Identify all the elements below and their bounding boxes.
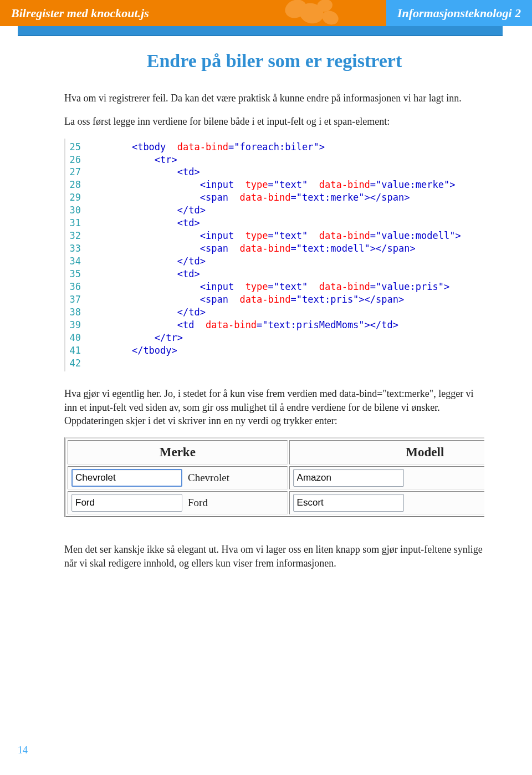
- page-header: Bilregister med knockout.js Informasjons…: [0, 0, 532, 26]
- code-line: 25 <tbody data-bind="foreach:biler">: [65, 141, 484, 154]
- line-number: 29: [65, 191, 86, 204]
- code-text: <td data-bind="text:prisMedMoms"></td>: [86, 319, 398, 332]
- line-number: 33: [65, 242, 86, 255]
- code-text: <input type="text" data-bind="value:pris…: [86, 281, 449, 293]
- code-text: <td>: [86, 268, 200, 281]
- line-number: 40: [65, 332, 86, 344]
- code-text: </td>: [86, 204, 206, 217]
- code-line: 29 <span data-bind="text:merke"></span>: [65, 191, 484, 204]
- line-number: 27: [65, 166, 86, 179]
- table-row: Chevrolet: [68, 466, 484, 490]
- code-text: <input type="text" data-bind="value:merk…: [86, 179, 455, 191]
- code-text: <td>: [86, 217, 200, 230]
- code-text: <span data-bind="text:pris"></span>: [86, 293, 404, 306]
- line-number: 31: [65, 217, 86, 230]
- line-number: 41: [65, 344, 86, 357]
- code-line: 27 <td>: [65, 166, 484, 179]
- col-header-merke: Merke: [68, 440, 288, 465]
- line-number: 34: [65, 255, 86, 268]
- code-line: 42: [65, 357, 484, 370]
- page-content: Endre på biler som er registrert Hva om …: [0, 50, 532, 570]
- page-number: 14: [18, 745, 28, 756]
- preview-table: Merke Modell ChevroletFord: [65, 437, 484, 517]
- code-line: 38 </td>: [65, 306, 484, 319]
- page-title: Endre på biler som er registrert: [64, 50, 484, 72]
- line-number: 35: [65, 268, 86, 281]
- merke-input[interactable]: [71, 469, 182, 487]
- line-number: 28: [65, 179, 86, 191]
- code-line: 39 <td data-bind="text:prisMedMoms"></td…: [65, 319, 484, 332]
- table-row: Ford: [68, 491, 484, 514]
- line-number: 25: [65, 141, 86, 154]
- code-line: 28 <input type="text" data-bind="value:m…: [65, 179, 484, 191]
- paragraph-1: Hva om vi registrerer feil. Da kan det v…: [64, 91, 484, 105]
- line-number: 36: [65, 281, 86, 293]
- header-left-title: Bilregister med knockout.js: [11, 6, 149, 21]
- code-line: 35 <td>: [65, 268, 484, 281]
- code-line: 40 </tr>: [65, 332, 484, 344]
- paragraph-3: Hva gjør vi egentlig her. Jo, i stedet f…: [64, 387, 484, 427]
- cell-merke: Chevrolet: [68, 466, 288, 490]
- line-number: 32: [65, 230, 86, 242]
- modell-input[interactable]: [293, 494, 404, 512]
- code-line: 32 <input type="text" data-bind="value:m…: [65, 230, 484, 242]
- code-text: </td>: [86, 306, 206, 319]
- line-number: 30: [65, 204, 86, 217]
- cell-modell: [289, 466, 484, 490]
- header-right-title: Informasjonsteknologi 2: [386, 0, 532, 26]
- cell-modell: [289, 491, 484, 514]
- code-line: 36 <input type="text" data-bind="value:p…: [65, 281, 484, 293]
- code-text: <input type="text" data-bind="value:mode…: [86, 230, 461, 242]
- code-line: 34 </td>: [65, 255, 484, 268]
- code-line: 31 <td>: [65, 217, 484, 230]
- code-line: 26 <tr>: [65, 154, 484, 166]
- merke-input[interactable]: [71, 494, 182, 512]
- code-text: </td>: [86, 255, 206, 268]
- paragraph-2: La oss først legge inn verdiene for bile…: [64, 115, 484, 128]
- butterfly-decoration-icon: [277, 0, 344, 26]
- code-snippet: 25 <tbody data-bind="foreach:biler">26 <…: [64, 139, 484, 372]
- col-header-modell: Modell: [289, 440, 484, 465]
- line-number: 37: [65, 293, 86, 306]
- code-text: <td>: [86, 166, 200, 179]
- merke-text: Chevrolet: [188, 472, 229, 484]
- code-line: 41 </tbody>: [65, 344, 484, 357]
- code-line: 37 <span data-bind="text:pris"></span>: [65, 293, 484, 306]
- line-number: 38: [65, 306, 86, 319]
- code-text: <span data-bind="text:merke"></span>: [86, 191, 410, 204]
- modell-input[interactable]: [293, 469, 404, 487]
- line-number: 42: [65, 357, 86, 370]
- preview-table-wrap: Merke Modell ChevroletFord: [64, 437, 484, 517]
- cell-merke: Ford: [68, 491, 288, 514]
- code-line: 30 </td>: [65, 204, 484, 217]
- code-text: </tbody>: [86, 344, 177, 357]
- code-text: <span data-bind="text:modell"></span>: [86, 242, 416, 255]
- code-text: </tr>: [86, 332, 183, 344]
- paragraph-4: Men det ser kanskje ikke så elegant ut. …: [64, 543, 484, 570]
- line-number: 26: [65, 154, 86, 166]
- header-blue-bar: [18, 26, 503, 36]
- code-text: <tbody data-bind="foreach:biler">: [86, 141, 325, 154]
- code-line: 33 <span data-bind="text:modell"></span>: [65, 242, 484, 255]
- merke-text: Ford: [188, 497, 208, 509]
- line-number: 39: [65, 319, 86, 332]
- code-text: <tr>: [86, 154, 177, 166]
